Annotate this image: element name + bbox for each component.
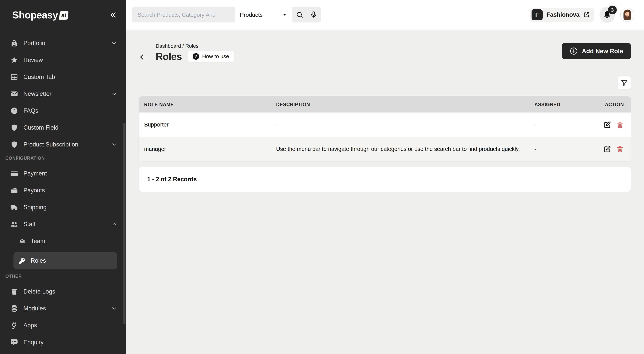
search-icon	[296, 11, 303, 19]
arrow-left-icon	[139, 52, 148, 62]
add-new-role-label: Add New Role	[582, 48, 623, 55]
sidebar-item-label: FAQs	[24, 107, 38, 114]
sidebar-item-label: Modules	[24, 305, 46, 312]
microphone-icon	[310, 11, 318, 19]
sidebar-item-apps[interactable]: Apps	[10, 320, 118, 331]
app-root: Shopeasy ai Portfolio Review Custom Tab	[0, 0, 644, 354]
sidebar-item-payouts[interactable]: Payouts	[10, 185, 118, 196]
role-name-cell: Supporter	[139, 122, 271, 128]
backpack-icon	[10, 39, 18, 48]
sidebar-item-team[interactable]: Team	[18, 235, 117, 247]
trash-icon	[616, 121, 624, 129]
funnel-icon	[620, 79, 628, 87]
sidebar-item-faqs[interactable]: ? FAQs	[10, 105, 118, 117]
sidebar-item-label: Roles	[31, 257, 46, 264]
filter-button[interactable]	[618, 76, 631, 90]
chevron-down-icon	[111, 40, 118, 47]
sidebar-collapse-button[interactable]	[109, 11, 118, 19]
help-icon: ?	[193, 53, 199, 60]
role-description-cell: Use the menu bar to navigate through our…	[271, 146, 529, 152]
edit-role-button[interactable]	[604, 121, 611, 129]
svg-text:?: ?	[13, 109, 15, 113]
column-header-description: DESCRIPTION	[271, 102, 529, 107]
sidebar-item-roles[interactable]: Roles	[14, 252, 117, 269]
sidebar-nav: Portfolio Review Custom Tab Newsletter ?…	[0, 30, 126, 348]
back-button[interactable]	[139, 52, 148, 62]
title-row: Roles ? How to use	[156, 51, 234, 62]
voice-search-button[interactable]	[307, 7, 321, 23]
sidebar-item-enquiry[interactable]: Enquiry	[10, 336, 118, 348]
star-icon	[10, 56, 18, 64]
store-initial-badge: F	[532, 9, 543, 20]
sidebar-item-review[interactable]: Review	[10, 54, 118, 66]
delete-role-button[interactable]	[616, 145, 624, 153]
sidebar-item-delete-logs[interactable]: Delete Logs	[10, 286, 118, 297]
chat-bubble-icon	[10, 338, 18, 346]
sidebar-item-custom-field[interactable]: Custom Field	[10, 122, 118, 133]
truck-icon	[10, 203, 18, 212]
store-name: Fashionova	[546, 11, 580, 18]
main-area: Products F Fashionova 3	[126, 0, 644, 354]
chevron-up-icon	[111, 221, 118, 227]
role-description-cell: -	[271, 122, 529, 128]
delete-role-button[interactable]	[616, 121, 624, 129]
notifications-button[interactable]: 3	[600, 7, 615, 23]
key-icon	[18, 257, 26, 264]
sidebar-item-label: Payouts	[24, 187, 45, 194]
column-header-action: ACTION	[586, 102, 631, 107]
search-button[interactable]	[292, 7, 307, 23]
topbar: Products F Fashionova 3	[126, 0, 644, 30]
sidebar-item-label: Staff	[24, 221, 36, 228]
sidebar-item-label: Product Subscription	[24, 141, 78, 148]
team-icon	[18, 237, 26, 245]
plug-icon	[10, 321, 18, 330]
chevron-down-icon	[111, 91, 118, 97]
table-header-row: ROLE NAME DESCRIPTION ASSIGNED ACTION	[139, 96, 631, 113]
sidebar-item-product-subscription[interactable]: Product Subscription	[10, 139, 118, 150]
sidebar-item-label: Newsletter	[24, 90, 52, 97]
search-input[interactable]	[132, 7, 235, 23]
search-scope-value: Products	[240, 12, 262, 18]
page-title: Roles	[156, 51, 182, 62]
sidebar-item-label: Portfolio	[24, 40, 45, 47]
records-summary: 1 - 2 of 2 Records	[147, 176, 197, 183]
external-link-icon	[583, 12, 590, 18]
sidebar-item-payment[interactable]: Payment	[10, 168, 118, 179]
shield-icon	[10, 123, 18, 132]
sidebar-item-custom-tab[interactable]: Custom Tab	[10, 71, 118, 83]
edit-icon	[604, 145, 611, 153]
avatar-image	[620, 8, 634, 22]
trash-icon	[10, 287, 18, 296]
sidebar-item-label: Enquiry	[24, 339, 44, 346]
sidebar-item-modules[interactable]: Modules	[10, 303, 118, 314]
sidebar-item-portfolio[interactable]: Portfolio	[10, 38, 118, 49]
brand-logo[interactable]: Shopeasy ai	[12, 9, 68, 21]
how-to-use-button[interactable]: ? How to use	[188, 51, 234, 62]
column-header-assigned: ASSIGNED	[529, 102, 586, 107]
cash-receipt-icon	[10, 186, 18, 195]
credit-card-icon	[10, 169, 18, 178]
sidebar-item-label: Custom Field	[24, 124, 58, 131]
sidebar-item-newsletter[interactable]: Newsletter	[10, 88, 118, 100]
sidebar-item-label: Payment	[24, 170, 47, 177]
search-scope-select[interactable]: Products	[235, 7, 292, 23]
sidebar-item-shipping[interactable]: Shipping	[10, 202, 118, 213]
edit-icon	[604, 121, 611, 129]
brand-name: Shopeasy	[12, 9, 58, 21]
table-icon	[10, 73, 18, 81]
edit-role-button[interactable]	[604, 145, 611, 153]
column-header-role-name: ROLE NAME	[139, 102, 271, 107]
filter-row	[139, 76, 631, 90]
add-new-role-button[interactable]: Add New Role	[562, 43, 631, 59]
title-block: Dashboard / Roles Roles ? How to use	[156, 43, 234, 62]
sidebar-item-staff[interactable]: Staff	[10, 218, 118, 230]
store-switcher[interactable]: F Fashionova	[530, 8, 594, 22]
staff-users-icon	[10, 220, 18, 228]
sidebar-scrollbar-thumb[interactable]	[124, 123, 126, 324]
user-avatar[interactable]	[620, 8, 634, 22]
brand-ai-badge: ai	[59, 11, 68, 20]
database-icon	[10, 304, 18, 313]
logo-row: Shopeasy ai	[0, 0, 126, 30]
breadcrumb[interactable]: Dashboard / Roles	[156, 43, 234, 49]
mail-icon	[10, 90, 18, 98]
